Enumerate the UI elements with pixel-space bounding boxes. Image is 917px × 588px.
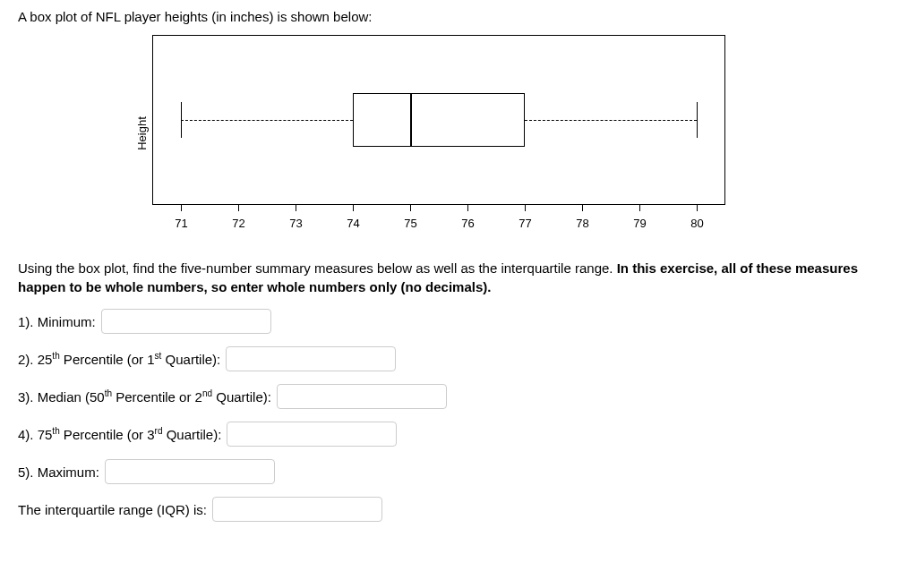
boxplot-chart: Height 71727374757677787980 [152,35,899,232]
x-axis-ticks: 71727374757677787980 [152,205,725,232]
q4-label: 4). 75th Percentile (or 3rd Quartile): [18,426,221,442]
iqr-label: The interquartile range (IQR) is: [18,502,207,517]
question-minimum: 1). Minimum: [18,309,899,334]
intro-text: A box plot of NFL player heights (in inc… [18,9,899,24]
q1-label: 1). Minimum: [18,314,96,329]
instructions-text: Using the box plot, find the five-number… [18,259,899,296]
question-maximum: 5). Maximum: [18,459,899,484]
q1-input[interactable] [226,346,396,371]
maximum-input[interactable] [105,459,275,484]
median-input[interactable] [277,384,447,409]
question-q3: 4). 75th Percentile (or 3rd Quartile): [18,422,899,447]
boxplot-shapes [152,35,725,205]
minimum-input[interactable] [101,309,271,334]
instructions-plain: Using the box plot, find the five-number… [18,260,617,276]
y-axis-label: Height [135,116,149,150]
q5-label: 5). Maximum: [18,464,99,480]
question-iqr: The interquartile range (IQR) is: [18,497,899,522]
question-q1: 2). 25th Percentile (or 1st Quartile): [18,346,899,371]
q3-input[interactable] [227,422,397,447]
question-median: 3). Median (50th Percentile or 2nd Quart… [18,384,899,409]
iqr-input[interactable] [212,497,382,522]
q2-label: 2). 25th Percentile (or 1st Quartile): [18,351,220,367]
q3-label: 3). Median (50th Percentile or 2nd Quart… [18,388,271,405]
